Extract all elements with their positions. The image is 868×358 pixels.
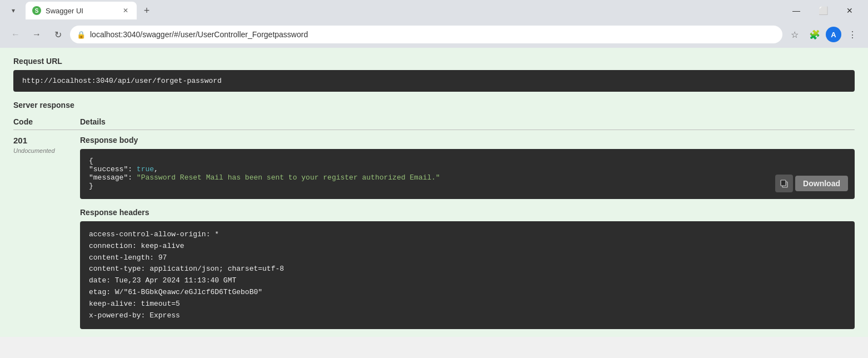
- tab-favicon: S: [32, 6, 41, 15]
- response-body-label: Response body: [80, 136, 855, 145]
- json-line-4: }: [89, 182, 846, 190]
- code-number: 201: [13, 136, 80, 145]
- tab-dropdown-button[interactable]: ▾: [6, 3, 21, 18]
- toolbar-right: ☆ 🧩 A ⋮: [786, 26, 861, 43]
- header-line-7: keep-alive: timeout=5: [89, 299, 846, 310]
- json-line-2: "success": true,: [89, 165, 846, 173]
- svg-rect-1: [781, 180, 786, 186]
- header-line-2: connection: keep-alive: [89, 241, 846, 252]
- code-cell: 201 Undocumented: [13, 130, 80, 335]
- copy-button[interactable]: [775, 175, 793, 192]
- download-button[interactable]: Download: [795, 176, 848, 191]
- response-headers-box: access-control-allow-origin: * connectio…: [80, 221, 855, 329]
- title-bar: ▾ S Swagger UI ✕ + — ⬜ ✕: [0, 0, 868, 21]
- reload-button[interactable]: ↻: [49, 26, 67, 43]
- header-line-4: content-type: application/json; charset=…: [89, 263, 846, 275]
- new-tab-button[interactable]: +: [139, 3, 154, 18]
- address-bar: ← → ↻ 🔒 localhost:3040/swagger/#/user/Us…: [0, 21, 868, 48]
- tab-title: Swagger UI: [46, 7, 117, 15]
- header-line-6: etag: W/"61-BGbkQeawc/eGJlcf6D6TtGeboB0": [89, 287, 846, 299]
- minimize-button[interactable]: —: [784, 2, 809, 19]
- code-sub: Undocumented: [13, 147, 55, 154]
- page-content: Request URL http://localhost:3040/api/us…: [0, 48, 868, 337]
- active-tab[interactable]: S Swagger UI ✕: [26, 2, 137, 19]
- json-line-1: {: [89, 157, 846, 165]
- table-row: 201 Undocumented Response body { "succes…: [13, 130, 855, 335]
- header-line-3: content-length: 97: [89, 252, 846, 264]
- tab-close-button[interactable]: ✕: [121, 6, 130, 15]
- close-button[interactable]: ✕: [837, 2, 862, 19]
- url-bar[interactable]: 🔒 localhost:3040/swagger/#/user/UserCont…: [70, 26, 782, 43]
- header-line-8: x-powered-by: Express: [89, 310, 846, 322]
- server-response-label: Server response: [13, 101, 855, 110]
- bookmark-button[interactable]: ☆: [786, 26, 804, 43]
- copy-download-buttons: Download: [775, 175, 848, 192]
- extensions-button[interactable]: 🧩: [806, 26, 824, 43]
- response-table: Code Details 201 Undocumented Response b…: [13, 114, 855, 335]
- back-button[interactable]: ←: [7, 26, 24, 43]
- header-line-5: date: Tue,23 Apr 2024 11:13:40 GMT: [89, 275, 846, 287]
- window-controls-left: ▾: [6, 3, 21, 18]
- details-header: Details: [80, 114, 855, 130]
- forward-button[interactable]: →: [28, 26, 46, 43]
- response-headers-label: Response headers: [80, 208, 855, 217]
- json-line-3: "message": "Password Reset Mail has been…: [89, 173, 846, 182]
- request-url-value: http://localhost:3040/api/user/forget-pa…: [22, 77, 222, 85]
- response-body-box: { "success": true, "message": "Password …: [80, 149, 855, 199]
- request-url-box: http://localhost:3040/api/user/forget-pa…: [13, 70, 855, 92]
- secure-icon: 🔒: [77, 30, 86, 39]
- avatar-button[interactable]: A: [826, 27, 841, 42]
- menu-button[interactable]: ⋮: [844, 26, 861, 43]
- window-controls-right: — ⬜ ✕: [784, 2, 862, 19]
- code-header: Code: [13, 114, 80, 130]
- url-text: localhost:3040/swagger/#/user/UserContro…: [90, 30, 776, 39]
- details-cell: Response body { "success": true, "messag…: [80, 130, 855, 335]
- header-line-1: access-control-allow-origin: *: [89, 229, 846, 241]
- maximize-button[interactable]: ⬜: [810, 2, 836, 19]
- browser-chrome: ▾ S Swagger UI ✕ + — ⬜ ✕ ← → ↻ 🔒 localho…: [0, 0, 868, 48]
- request-url-label: Request URL: [13, 57, 855, 66]
